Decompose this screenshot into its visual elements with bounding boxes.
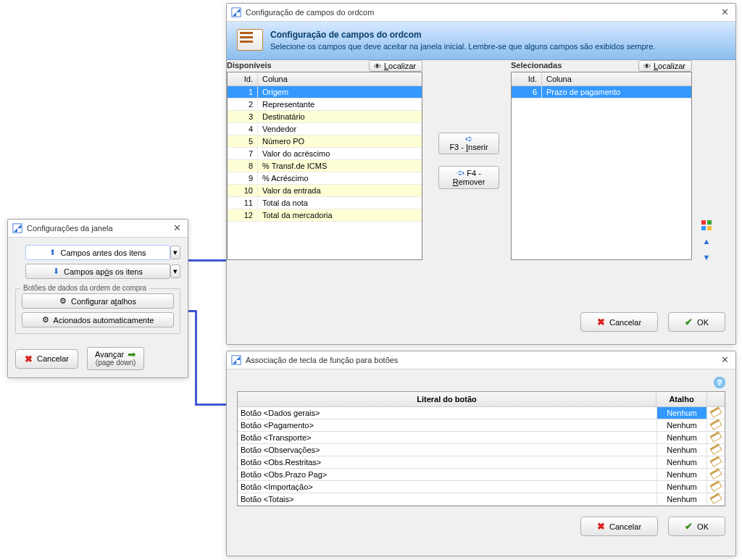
- available-list[interactable]: Id. Coluna 1Origem2Representante3Destina…: [227, 72, 422, 260]
- move-buttons: ➪ F3 - Inserir ➪ F4 - Remover: [438, 133, 499, 201]
- key-icon[interactable]: [707, 433, 725, 442]
- gears-icon: ⚙: [59, 296, 67, 306]
- list-item[interactable]: 1Origem: [228, 86, 422, 99]
- key-icon[interactable]: [707, 482, 725, 491]
- check-icon: ✔: [685, 521, 693, 532]
- hotkey-table: Literal do botão Atalho Botão <Dados ger…: [237, 391, 725, 506]
- window-title: Associação de tecla de função para botõe…: [246, 356, 718, 364]
- x-icon: ✖: [597, 317, 605, 327]
- dropdown-caret[interactable]: ▾: [170, 264, 180, 278]
- list-item[interactable]: 4Vendedor: [228, 123, 422, 135]
- list-item[interactable]: 6Prazo de pagamento: [512, 86, 691, 99]
- body: ? Literal do botão Atalho Botão <Dados g…: [227, 369, 735, 543]
- table-row[interactable]: Botão <Totais>Nenhum: [238, 493, 725, 506]
- bottom-bar: ✖ Cancelar Avançar ➡ (page down): [15, 347, 180, 370]
- move-down-icon[interactable]: ▼: [701, 251, 712, 263]
- col-id: Id.: [512, 72, 542, 85]
- header-title: Configuração de campos do ordcom: [270, 30, 655, 40]
- app-icon: [231, 7, 241, 17]
- list-item[interactable]: 8% Transf.de ICMS: [228, 160, 422, 172]
- key-icon[interactable]: [707, 421, 725, 430]
- svg-rect-5: [707, 220, 712, 225]
- close-button[interactable]: ✕: [718, 354, 731, 366]
- buttons-fieldset: Botões de dados da ordem de compra ⚙ Con…: [15, 288, 180, 334]
- selected-list[interactable]: Id. Coluna 6Prazo de pagamento: [511, 72, 692, 260]
- col-name: Coluna: [258, 72, 422, 85]
- list-item[interactable]: 7Valor do acréscimo: [228, 148, 422, 160]
- arrow-right-icon: ➡: [128, 350, 136, 359]
- window-title: Configuração de campos do ordcom: [246, 8, 718, 17]
- help-row: ?: [237, 377, 725, 388]
- selected-panel: Selecionadas Localizar Id. Coluna 6Prazo…: [511, 60, 692, 260]
- help-icon[interactable]: ?: [714, 377, 725, 388]
- titlebar: Associação de tecla de função para botõe…: [227, 351, 735, 369]
- list-item[interactable]: 5Número PO: [228, 135, 422, 148]
- app-icon: [12, 223, 22, 233]
- header-icon: [237, 29, 263, 51]
- dropdown-caret[interactable]: ▾: [170, 246, 180, 259]
- window-body: ⬆ Campos antes dos itens ▾ ⬇ Campos após…: [8, 238, 188, 377]
- key-icon[interactable]: [707, 409, 725, 417]
- window-title: Configurações da janela: [27, 224, 170, 233]
- list-item[interactable]: 9% Acréscimo: [228, 172, 422, 185]
- svg-rect-4: [701, 220, 706, 225]
- body-area: Disponíveis Localizar Id. Coluna 1Origem…: [227, 60, 735, 339]
- table-row[interactable]: Botão <Importação>Nenhum: [238, 481, 725, 493]
- list-item[interactable]: 2Representante: [228, 99, 422, 111]
- col-name: Coluna: [542, 72, 691, 85]
- auto-triggered-button[interactable]: ⚙ Acionados automaticamente: [22, 312, 174, 327]
- fields-after-button[interactable]: ⬇ Campos após os itens ▾: [25, 264, 170, 279]
- insert-button[interactable]: ➪ F3 - Inserir: [438, 133, 499, 154]
- move-up-icon[interactable]: ▲: [701, 235, 712, 247]
- available-panel: Disponíveis Localizar Id. Coluna 1Origem…: [227, 60, 422, 260]
- list-item[interactable]: 3Destinatário: [228, 111, 422, 123]
- titlebar: Configuração de campos do ordcom ✕: [227, 4, 735, 22]
- list-item[interactable]: 10Valor da entrada: [228, 185, 422, 197]
- x-icon: ✖: [597, 521, 605, 532]
- table-row[interactable]: Botão <Obs.Restritas>Nenhum: [238, 456, 725, 469]
- list-item[interactable]: 11Total da nota: [228, 197, 422, 209]
- table-row[interactable]: Botão <Obs.Prazo Pag>Nenhum: [238, 469, 725, 481]
- fields-before-button[interactable]: ⬆ Campos antes dos itens ▾: [25, 245, 170, 260]
- ok-button[interactable]: ✔ OK: [668, 312, 725, 332]
- connector-line: [195, 310, 197, 405]
- color-swatch-icon[interactable]: [701, 220, 712, 231]
- close-button[interactable]: ✕: [170, 222, 183, 234]
- svg-marker-8: [233, 356, 241, 364]
- table-row[interactable]: Botão <Observações>Nenhum: [238, 444, 725, 456]
- cancel-button[interactable]: ✖ Cancelar: [15, 349, 78, 369]
- col-shortcut: Atalho: [656, 392, 707, 406]
- side-tools: ▲ ▼: [701, 220, 738, 263]
- list-item[interactable]: 12Total da mercadoria: [228, 209, 422, 222]
- key-icon[interactable]: [707, 458, 725, 467]
- gears-icon: ⚙: [42, 315, 49, 325]
- cancel-button[interactable]: ✖ Cancelar: [580, 312, 658, 332]
- table-row[interactable]: Botão <Dados gerais>Nenhum: [238, 407, 725, 419]
- window-hotkeys: Associação de tecla de função para botõe…: [226, 351, 736, 556]
- close-button[interactable]: ✕: [718, 7, 731, 18]
- ok-button[interactable]: ✔ OK: [668, 517, 725, 536]
- locate-button[interactable]: Localizar: [638, 60, 692, 72]
- fieldset-legend: Botões de dados da ordem de compra: [20, 284, 149, 292]
- arrow-right-icon: ➪: [442, 135, 496, 143]
- col-id: Id.: [228, 72, 258, 85]
- eye-icon: [374, 62, 381, 70]
- table-row[interactable]: Botão <Pagamento>Nenhum: [238, 419, 725, 432]
- key-icon[interactable]: [707, 446, 725, 454]
- locate-button[interactable]: Localizar: [369, 60, 422, 72]
- key-icon[interactable]: [707, 470, 725, 479]
- svg-marker-2: [233, 9, 241, 17]
- advance-button[interactable]: Avançar ➡ (page down): [87, 347, 144, 370]
- cancel-button[interactable]: ✖ Cancelar: [580, 517, 658, 536]
- arrow-left-icon: ➪: [457, 170, 464, 177]
- table-row[interactable]: Botão <Transporte>Nenhum: [238, 432, 725, 444]
- key-icon[interactable]: [707, 495, 725, 503]
- titlebar: Configurações da janela ✕: [8, 220, 188, 238]
- check-icon: ✔: [685, 317, 693, 327]
- svg-rect-7: [707, 226, 712, 230]
- down-arrow-icon: ⬇: [53, 267, 59, 276]
- configure-shortcuts-button[interactable]: ⚙ Configurar atalhos: [22, 293, 174, 309]
- svg-rect-6: [701, 226, 706, 230]
- up-arrow-icon: ⬆: [49, 248, 56, 257]
- remove-button[interactable]: ➪ F4 - Remover: [438, 166, 499, 189]
